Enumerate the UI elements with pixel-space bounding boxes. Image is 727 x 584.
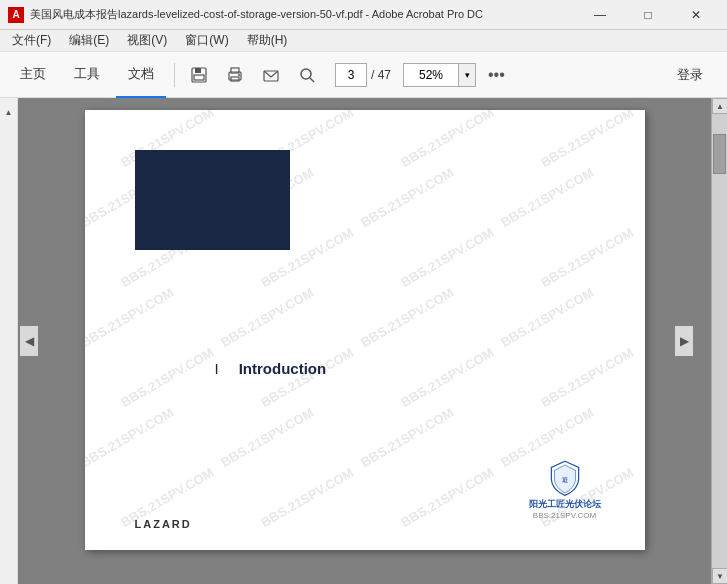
menu-edit[interactable]: 编辑(E) (61, 30, 117, 51)
menu-bar: 文件(F) 编辑(E) 视图(V) 窗口(W) 帮助(H) (0, 30, 727, 52)
tab-document[interactable]: 文档 (116, 52, 166, 98)
svg-text:近: 近 (562, 476, 569, 483)
svg-line-9 (310, 78, 314, 82)
watermark-23: BBS.21SPV.COM (358, 405, 456, 470)
email-icon (262, 66, 280, 84)
pdf-footer: LAZARD (135, 518, 192, 530)
menu-help[interactable]: 帮助(H) (239, 30, 296, 51)
svg-rect-5 (231, 77, 239, 81)
print-button[interactable] (219, 59, 251, 91)
wm-brand-text: 阳光工匠光伏论坛 (529, 498, 601, 511)
page-navigation: / 47 (335, 63, 391, 87)
watermark-logo: 近 阳光工匠光伏论坛 BBS.21SPV.COM (505, 460, 625, 520)
window-title: 美国风电成本报告lazards-levelized-cost-of-storag… (30, 7, 577, 22)
menu-window[interactable]: 窗口(W) (177, 30, 236, 51)
app-icon: A (8, 7, 24, 23)
left-sidebar: ▲ (0, 98, 18, 584)
pdf-page: BBS.21SPV.COM BBS.21SPV.COM BBS.21SPV.CO… (85, 110, 645, 550)
section-header: I Introduction (135, 360, 595, 377)
email-button[interactable] (255, 59, 287, 91)
window-controls: — □ ✕ (577, 0, 719, 30)
svg-rect-2 (194, 75, 204, 80)
login-button[interactable]: 登录 (661, 62, 719, 88)
menu-file[interactable]: 文件(F) (4, 30, 59, 51)
svg-rect-1 (195, 68, 201, 73)
zoom-dropdown-button[interactable]: ▾ (458, 63, 476, 87)
scroll-down-button[interactable]: ▼ (712, 568, 727, 584)
pdf-area: ◀ BBS.21SPV.COM BBS.21SPV.COM BBS.21SPV.… (18, 98, 711, 584)
more-options-button[interactable]: ••• (484, 62, 509, 88)
search-icon (298, 66, 316, 84)
scrollbar: ▲ ▼ (711, 98, 727, 584)
zoom-input[interactable] (403, 63, 458, 87)
page-prev-button[interactable]: ◀ (20, 326, 38, 356)
page-number-input[interactable] (335, 63, 367, 87)
section-title: Introduction (239, 360, 326, 377)
svg-point-6 (238, 74, 240, 76)
close-button[interactable]: ✕ (673, 0, 719, 30)
pdf-content: I Introduction (85, 110, 645, 407)
minimize-button[interactable]: — (577, 0, 623, 30)
shield-icon: 近 (540, 460, 590, 496)
cover-image (135, 150, 290, 250)
search-button[interactable] (291, 59, 323, 91)
watermark-27: BBS.21SPV.COM (398, 465, 496, 530)
toolbar: 主页 工具 文档 / 47 (0, 52, 727, 98)
page-next-button[interactable]: ▶ (675, 326, 693, 356)
zoom-control: ▾ (403, 63, 476, 87)
print-icon (226, 66, 244, 84)
sidebar-nav-up[interactable]: ▲ (1, 102, 17, 122)
scroll-thumb[interactable] (713, 134, 726, 174)
save-button[interactable] (183, 59, 215, 91)
toolbar-separator (174, 63, 175, 87)
page-separator: / 47 (371, 68, 391, 82)
watermark-21: BBS.21SPV.COM (85, 405, 176, 470)
watermark-26: BBS.21SPV.COM (258, 465, 356, 530)
section-number: I (215, 360, 219, 377)
main-area: ▲ ◀ BBS.21SPV.COM BBS.21SPV.COM BBS.21SP… (0, 98, 727, 584)
menu-view[interactable]: 视图(V) (119, 30, 175, 51)
tab-home[interactable]: 主页 (8, 52, 58, 98)
wm-site-text: BBS.21SPV.COM (533, 511, 596, 520)
scroll-up-button[interactable]: ▲ (712, 98, 727, 114)
tab-tools[interactable]: 工具 (62, 52, 112, 98)
watermark-22: BBS.21SPV.COM (218, 405, 316, 470)
maximize-button[interactable]: □ (625, 0, 671, 30)
save-icon (190, 66, 208, 84)
svg-point-8 (301, 69, 311, 79)
scroll-track[interactable] (712, 114, 727, 568)
title-bar: A 美国风电成本报告lazards-levelized-cost-of-stor… (0, 0, 727, 30)
